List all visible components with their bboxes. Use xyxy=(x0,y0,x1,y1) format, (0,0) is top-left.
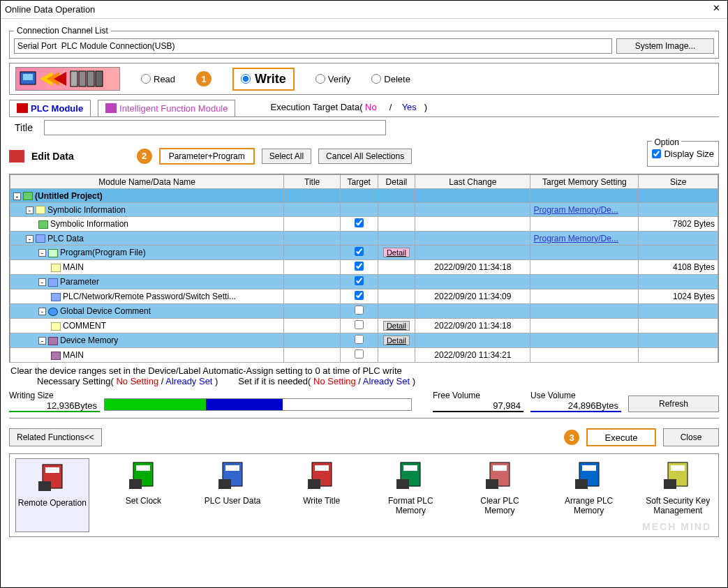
table-row[interactable]: -Symbolic InformationProgram Memory/De..… xyxy=(10,203,718,217)
table-row[interactable]: -PLC DataProgram Memory/De... xyxy=(10,232,718,246)
function-icon xyxy=(126,458,160,492)
tree-toggle-icon[interactable]: - xyxy=(38,308,46,315)
svg-rect-31 xyxy=(671,465,685,471)
col-header-target[interactable]: Target xyxy=(340,175,378,189)
refresh-button[interactable]: Refresh xyxy=(628,395,719,412)
badge-2: 2 xyxy=(137,149,152,164)
row-icon xyxy=(36,206,45,214)
op-write-box[interactable]: Write xyxy=(232,68,295,91)
svg-rect-22 xyxy=(403,465,417,471)
target-checkbox[interactable] xyxy=(355,306,364,315)
parameter-program-button[interactable]: Parameter+Program xyxy=(159,148,255,165)
select-all-button[interactable]: Select All xyxy=(262,149,311,164)
detail-button[interactable]: Detail xyxy=(383,321,410,331)
close-icon[interactable]: ✕ xyxy=(709,3,723,17)
function-item[interactable]: Set Clock xyxy=(109,458,179,532)
function-label: Format PLC Memory xyxy=(376,496,446,515)
memory-setting-link[interactable]: Program Memory/De... xyxy=(533,205,618,215)
function-item[interactable]: PLC User Data xyxy=(198,458,267,532)
row-icon xyxy=(48,337,58,345)
function-label: Set Clock xyxy=(109,496,179,506)
col-header-change[interactable]: Last Change xyxy=(415,175,530,189)
tree-toggle-icon[interactable]: - xyxy=(38,249,46,257)
cancel-all-button[interactable]: Cancel All Selections xyxy=(318,149,412,164)
target-checkbox[interactable] xyxy=(355,276,364,285)
table-row[interactable]: -Global Device Comment xyxy=(10,304,718,319)
memory-setting-link[interactable]: Program Memory/De... xyxy=(533,234,618,243)
row-icon xyxy=(51,352,61,360)
col-header-title[interactable]: Title xyxy=(284,175,341,189)
tree-toggle-icon[interactable]: - xyxy=(38,278,46,286)
table-row[interactable]: MAIN2022/09/20 11:34:21 xyxy=(10,348,718,363)
writing-size: Writing Size 12,936Bytes xyxy=(9,391,100,412)
table-row[interactable]: -(Untitled Project) xyxy=(10,189,718,203)
tab-plc-module[interactable]: PLC Module xyxy=(9,100,91,116)
function-icon xyxy=(661,458,694,492)
table-row[interactable]: -Device MemoryDetail xyxy=(10,333,718,348)
tabs-row: PLC Module Intelligent Function Module E… xyxy=(9,98,719,117)
col-header-name[interactable]: Module Name/Data Name xyxy=(10,175,284,189)
related-functions-button[interactable]: Related Functions<< xyxy=(9,428,102,446)
col-header-size[interactable]: Size xyxy=(639,175,718,189)
function-item[interactable]: Format PLC Memory xyxy=(376,458,446,532)
op-verify[interactable]: Verify xyxy=(315,74,351,84)
svg-rect-25 xyxy=(493,465,507,471)
tab-intelligent-function[interactable]: Intelligent Function Module xyxy=(98,100,235,116)
function-item[interactable]: Clear PLC Memory xyxy=(465,458,535,532)
function-label: Arrange PLC Memory xyxy=(554,496,624,515)
row-name: Global Device Comment xyxy=(60,306,151,316)
display-size-checkbox[interactable]: Display Size xyxy=(652,149,714,159)
target-checkbox[interactable] xyxy=(355,291,364,300)
channel-input[interactable] xyxy=(14,38,612,54)
row-name: MAIN xyxy=(63,350,84,360)
tree-toggle-icon[interactable]: - xyxy=(26,235,34,243)
function-icon xyxy=(572,458,606,492)
function-item[interactable]: Arrange PLC Memory xyxy=(554,458,624,532)
function-item[interactable]: Write Title xyxy=(287,458,357,532)
table-row[interactable]: COMMENTDetail2022/09/20 11:34:18 xyxy=(10,319,718,333)
row-name: Program(Program File) xyxy=(60,248,146,257)
svg-rect-26 xyxy=(486,479,498,489)
target-checkbox[interactable] xyxy=(355,335,364,344)
target-checkbox[interactable] xyxy=(355,218,364,227)
op-read[interactable]: Read xyxy=(141,74,175,84)
op-write-radio[interactable] xyxy=(241,74,251,84)
transfer-image xyxy=(15,67,120,91)
edit-data-icon xyxy=(9,150,24,163)
use-volume: Use Volume 24,896Bytes xyxy=(530,391,621,412)
table-row[interactable]: Symbolic Information7802 Bytes xyxy=(10,217,718,232)
col-header-detail[interactable]: Detail xyxy=(378,175,415,189)
table-row[interactable]: PLC/Network/Remote Password/Switch Setti… xyxy=(10,289,718,304)
table-row[interactable]: -Parameter xyxy=(10,275,718,289)
svg-rect-16 xyxy=(225,465,239,471)
function-item[interactable]: Remote Operation xyxy=(15,458,89,532)
target-checkbox[interactable] xyxy=(355,320,364,329)
op-delete[interactable]: Delete xyxy=(371,74,410,84)
svg-rect-19 xyxy=(315,465,329,471)
execute-button[interactable]: Execute xyxy=(586,428,656,446)
row-name: Parameter xyxy=(60,277,99,287)
target-checkbox[interactable] xyxy=(355,349,364,359)
row-name: Symbolic Information xyxy=(50,219,128,229)
close-button[interactable]: Close xyxy=(663,428,719,446)
col-header-mem[interactable]: Target Memory Setting xyxy=(530,175,639,189)
system-image-button[interactable]: System Image... xyxy=(616,38,714,54)
function-icon xyxy=(305,458,339,492)
function-label: Soft Security Key Management xyxy=(643,496,713,515)
target-checkbox[interactable] xyxy=(355,247,364,256)
detail-button[interactable]: Detail xyxy=(383,248,410,257)
tree-toggle-icon[interactable]: - xyxy=(13,193,21,200)
table-row[interactable]: MAIN2022/09/20 11:34:184108 Bytes xyxy=(10,260,718,275)
badge-1: 1 xyxy=(196,71,211,86)
tree-toggle-icon[interactable]: - xyxy=(26,206,34,214)
title-input[interactable] xyxy=(44,120,386,135)
row-name: COMMENT xyxy=(63,321,106,331)
svg-rect-1 xyxy=(23,74,33,80)
row-name: MAIN xyxy=(63,262,84,272)
row-name: PLC Data xyxy=(47,234,84,243)
detail-button[interactable]: Detail xyxy=(383,336,410,345)
svg-rect-13 xyxy=(136,465,150,471)
tree-toggle-icon[interactable]: - xyxy=(38,337,46,345)
target-checkbox[interactable] xyxy=(355,262,364,271)
table-row[interactable]: -Program(Program File)Detail xyxy=(10,246,718,260)
